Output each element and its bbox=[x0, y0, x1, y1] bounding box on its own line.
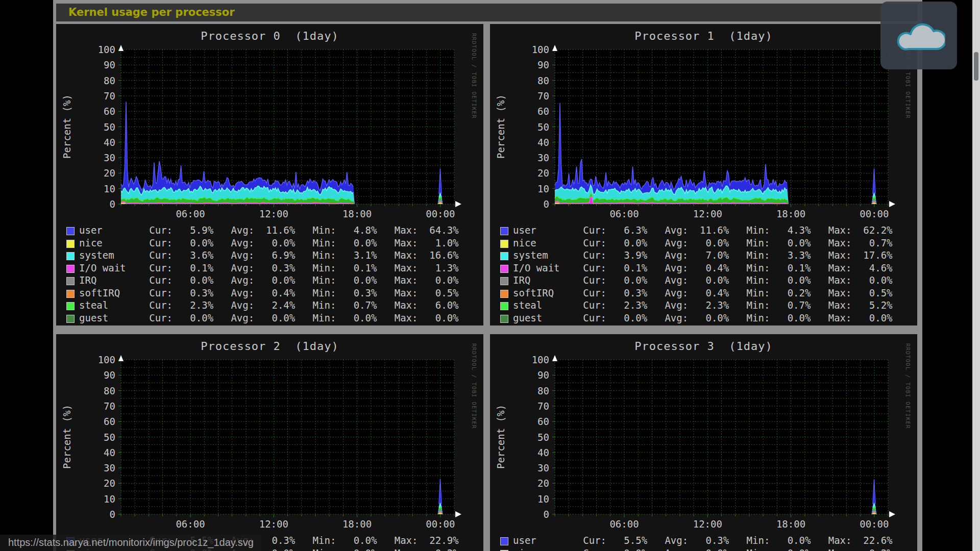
title-bar: Kernel usage per processor bbox=[56, 4, 918, 21]
legend-swatch bbox=[66, 240, 75, 248]
y-tick-label: 10 bbox=[506, 184, 549, 194]
x-tick-label: 18:00 bbox=[334, 518, 381, 530]
graph-panel-processor-2: Processor 2 (1day) Percent (%) 010203040… bbox=[56, 334, 483, 551]
legend-row-nice: nice Cur: 0.0% Avg: 0.0% Min: 0.0% Max: … bbox=[500, 237, 893, 248]
y-tick-label: 30 bbox=[72, 153, 115, 163]
x-tick-label: 00:00 bbox=[417, 518, 464, 530]
y-tick-label: 100 bbox=[72, 45, 115, 55]
legend-stats-text: softIRQ Cur: 0.3% Avg: 0.4% Min: 0.2% Ma… bbox=[513, 287, 893, 298]
x-tick-label: 18:00 bbox=[768, 518, 815, 530]
legend-row-guest: guest Cur: 0.0% Avg: 0.0% Min: 0.0% Max:… bbox=[500, 312, 893, 323]
y-tick-label: 40 bbox=[506, 448, 549, 458]
y-tick-label: 40 bbox=[506, 138, 549, 147]
y-tick-label: 20 bbox=[72, 479, 115, 488]
legend-swatch bbox=[500, 302, 508, 310]
y-tick-label: 60 bbox=[72, 417, 115, 427]
legend-stats-text: steal Cur: 2.3% Avg: 2.3% Min: 0.7% Max:… bbox=[513, 299, 893, 311]
legend-stats-text: user Cur: 5.9% Avg: 11.6% Min: 4.8% Max:… bbox=[79, 224, 459, 236]
legend-swatch bbox=[500, 315, 508, 323]
legend-stats-text: system Cur: 3.6% Avg: 6.9% Min: 3.1% Max… bbox=[79, 249, 459, 261]
legend-stats-text: I/O wait Cur: 0.1% Avg: 0.4% Min: 0.1% M… bbox=[513, 262, 893, 273]
y-tick-label: 30 bbox=[506, 463, 549, 473]
y-tick-label: 0 bbox=[506, 199, 549, 209]
x-tick-label: 00:00 bbox=[417, 208, 464, 219]
legend-stats-text: IRQ Cur: 0.0% Avg: 0.0% Min: 0.0% Max: 0… bbox=[513, 274, 893, 286]
legend-row-irq: IRQ Cur: 0.0% Avg: 0.0% Min: 0.0% Max: 0… bbox=[500, 274, 893, 286]
legend-row-system: system Cur: 3.6% Avg: 6.9% Min: 3.1% Max… bbox=[66, 249, 459, 261]
legend-stats-text: steal Cur: 2.3% Avg: 2.4% Min: 0.7% Max:… bbox=[79, 299, 459, 311]
y-tick-label: 40 bbox=[72, 448, 115, 458]
legend-stats-text: user Cur: 5.5% Avg: 0.3% Min: 0.0% Max: … bbox=[513, 535, 893, 546]
legend-row-steal: steal Cur: 2.3% Avg: 2.3% Min: 0.7% Max:… bbox=[500, 299, 893, 311]
rrdtool-watermark: RRDTOOL / TOBI OETIKER bbox=[471, 343, 477, 429]
browser-status-url: https://stats.narya.net/monitorix/imgs/p… bbox=[0, 535, 262, 551]
legend-stats-text: nice Cur: 0.0% Avg: 0.0% Min: 0.0% Max: … bbox=[79, 237, 459, 248]
legend-row-irq: IRQ Cur: 0.0% Avg: 0.0% Min: 0.0% Max: 0… bbox=[66, 274, 459, 286]
legend-swatch bbox=[500, 252, 508, 260]
legend-row-steal: steal Cur: 2.3% Avg: 2.4% Min: 0.7% Max:… bbox=[66, 299, 459, 311]
y-tick-label: 10 bbox=[506, 494, 549, 504]
legend-swatch bbox=[66, 290, 75, 298]
y-tick-label: 60 bbox=[506, 417, 549, 427]
y-tick-label: 20 bbox=[72, 168, 115, 178]
y-tick-label: 90 bbox=[506, 370, 549, 380]
legend-stats-text: nice Cur: 0.0% Avg: 0.0% Min: 0.0% Max: … bbox=[513, 237, 893, 248]
y-tick-label: 30 bbox=[506, 153, 549, 163]
legend-stats-text: IRQ Cur: 0.0% Avg: 0.0% Min: 0.0% Max: 0… bbox=[79, 274, 459, 286]
y-tick-label: 100 bbox=[506, 355, 549, 365]
y-tick-label: 0 bbox=[506, 510, 549, 519]
y-tick-label: 90 bbox=[72, 370, 115, 380]
x-tick-label: 12:00 bbox=[684, 518, 731, 530]
x-tick-label: 06:00 bbox=[601, 208, 648, 219]
legend-swatch bbox=[500, 240, 508, 248]
y-tick-label: 90 bbox=[72, 60, 115, 70]
rrdtool-watermark: RRDTOOL / TOBI OETIKER bbox=[904, 343, 911, 429]
y-tick-label: 70 bbox=[506, 402, 549, 411]
legend-row-nice: nice Cur: 0.0% Avg: 0.0% Min: 0.0% Max: … bbox=[500, 547, 893, 551]
y-tick-label: 80 bbox=[72, 386, 115, 396]
legend-stats-text: guest Cur: 0.0% Avg: 0.0% Min: 0.0% Max:… bbox=[513, 312, 893, 323]
y-tick-label: 70 bbox=[72, 402, 115, 411]
x-tick-label: 06:00 bbox=[167, 208, 214, 219]
y-tick-label: 90 bbox=[506, 60, 549, 70]
legend-row-i-o-wait: I/O wait Cur: 0.1% Avg: 0.3% Min: 0.1% M… bbox=[66, 262, 459, 273]
legend-swatch bbox=[66, 315, 75, 323]
legend-row-user: user Cur: 5.9% Avg: 11.6% Min: 4.8% Max:… bbox=[66, 224, 459, 236]
legend-stats-text: I/O wait Cur: 0.1% Avg: 0.3% Min: 0.1% M… bbox=[79, 262, 459, 273]
y-tick-label: 100 bbox=[72, 355, 115, 365]
cloud-icon bbox=[892, 16, 945, 55]
x-tick-label: 12:00 bbox=[250, 518, 297, 530]
graph-panel-processor-1: Processor 1 (1day) Percent (%) 010203040… bbox=[490, 24, 917, 325]
legend-swatch bbox=[66, 252, 75, 260]
vertical-scrollbar[interactable] bbox=[972, 0, 980, 551]
browser-viewport: { "header": { "title": "Kernel usage per… bbox=[0, 0, 980, 551]
y-tick-label: 0 bbox=[72, 199, 115, 209]
legend-row-i-o-wait: I/O wait Cur: 0.1% Avg: 0.4% Min: 0.1% M… bbox=[500, 262, 893, 273]
graph-panel-processor-3: Processor 3 (1day) Percent (%) 010203040… bbox=[490, 334, 917, 551]
y-tick-label: 80 bbox=[506, 76, 549, 86]
legend-swatch bbox=[500, 290, 508, 298]
legend-row-softirq: softIRQ Cur: 0.3% Avg: 0.4% Min: 0.2% Ma… bbox=[500, 287, 893, 298]
cloud-extension-overlay[interactable] bbox=[880, 2, 957, 69]
x-tick-label: 00:00 bbox=[851, 208, 898, 219]
y-tick-label: 10 bbox=[72, 494, 115, 504]
legend-stats-text: nice Cur: 0.0% Avg: 0.0% Min: 0.0% Max: … bbox=[513, 547, 893, 551]
legend-swatch bbox=[66, 265, 75, 273]
y-tick-label: 80 bbox=[506, 386, 549, 396]
legend-swatch bbox=[66, 277, 75, 285]
y-tick-label: 60 bbox=[72, 107, 115, 116]
x-tick-label: 06:00 bbox=[601, 518, 648, 530]
legend-row-nice: nice Cur: 0.0% Avg: 0.0% Min: 0.0% Max: … bbox=[66, 237, 459, 248]
legend-row-guest: guest Cur: 0.0% Avg: 0.0% Min: 0.0% Max:… bbox=[66, 312, 459, 323]
y-tick-label: 40 bbox=[72, 138, 115, 147]
y-tick-label: 50 bbox=[72, 433, 115, 442]
y-tick-label: 60 bbox=[506, 107, 549, 116]
rrdtool-watermark: RRDTOOL / TOBI OETIKER bbox=[471, 33, 477, 119]
y-tick-label: 10 bbox=[72, 184, 115, 194]
y-tick-label: 100 bbox=[506, 45, 549, 55]
page-title: Kernel usage per processor bbox=[56, 4, 918, 21]
legend-stats-text: guest Cur: 0.0% Avg: 0.0% Min: 0.0% Max:… bbox=[79, 312, 459, 323]
scrollbar-thumb[interactable] bbox=[974, 52, 978, 81]
y-tick-label: 80 bbox=[72, 76, 115, 86]
y-tick-label: 50 bbox=[506, 122, 549, 132]
